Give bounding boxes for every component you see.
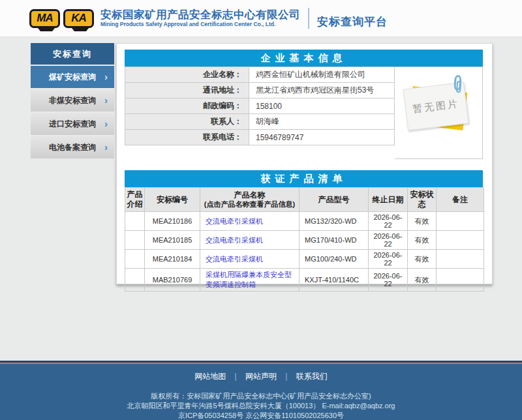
sidebar-item-import-query[interactable]: 进口安标查询 › bbox=[31, 113, 114, 135]
footer-copyright: 版权所有：安标国家矿用产品安全标志中心(矿用产品安全标志办公室) 北京朝阳区和平… bbox=[0, 391, 522, 420]
product-name-link[interactable]: 交流电牵引采煤机 bbox=[206, 255, 263, 263]
footer-link-sitemap[interactable]: 网站地图 bbox=[194, 372, 226, 381]
platform-title: 安标查询平台 bbox=[317, 8, 388, 29]
footer-copy-line1: 版权所有：安标国家矿用产品安全标志中心(矿用产品安全标志办公室) bbox=[0, 391, 522, 401]
sidebar-item-non-coal-query[interactable]: 非煤安标查询 › bbox=[31, 89, 114, 112]
chevron-right-icon: › bbox=[104, 142, 108, 153]
footer-link-contact[interactable]: 联系我们 bbox=[296, 372, 328, 381]
company-name-value: 鸡西金恒矿山机械制造有限公司 bbox=[249, 67, 395, 83]
sidebar-item-label: 非煤安标查询 bbox=[49, 95, 96, 106]
footer-copy-line3: 京ICP备05034258号 京公网安备11010502025630号 bbox=[0, 411, 522, 420]
sidebar-item-label: 电池备案查询 bbox=[49, 142, 96, 153]
col-product-name-sub: (点击产品名称查看产品信息) bbox=[201, 200, 298, 209]
product-table: 产品介绍 安标编号 产品名称 (点击产品名称查看产品信息) 产品型号 终止日期 … bbox=[125, 187, 484, 292]
cert-code-cell: MEA210186 bbox=[145, 212, 200, 231]
status-cell: 有效 bbox=[408, 250, 437, 269]
address-label: 通讯地址： bbox=[125, 83, 249, 98]
footer-link-separator: | bbox=[285, 372, 287, 381]
phone-value: 15946789747 bbox=[249, 130, 395, 145]
end-date-cell: 2026-06-22 bbox=[369, 269, 408, 292]
table-row: 联系电话： 15946789747 bbox=[125, 130, 395, 145]
product-intro-cell bbox=[125, 269, 145, 292]
sidebar-item-label: 煤矿安标查询 bbox=[49, 72, 96, 83]
col-product-intro: 产品介绍 bbox=[125, 188, 145, 212]
footer: 网站地图 | 网站声明 | 联系我们 版权所有：安标国家矿用产品安全标志中心(矿… bbox=[0, 364, 522, 420]
main-panel: 企业基本信息 企业名称： 鸡西金恒矿山机械制造有限公司 通讯地址： 黑龙江省鸡西… bbox=[116, 43, 493, 284]
table-row: MAB210769 采煤机用隔爆兼本质安全型变频调速控制箱 KXJT-410/1… bbox=[125, 269, 484, 292]
end-date-cell: 2026-06-22 bbox=[369, 231, 408, 250]
contact-person-label: 联系人： bbox=[125, 114, 249, 130]
cert-code-cell: MEA210184 bbox=[145, 250, 200, 269]
footer-links: 网站地图 | 网站声明 | 联系我们 bbox=[0, 371, 522, 382]
product-intro-cell bbox=[125, 212, 145, 231]
table-row: 通讯地址： 黑龙江省鸡西市鸡冠区南星街53号 bbox=[125, 83, 395, 98]
product-list-section-header: 获证产品清单 bbox=[125, 170, 483, 187]
phone-label: 联系电话： bbox=[125, 130, 249, 145]
contact-person-value: 胡海峰 bbox=[249, 114, 395, 130]
sidebar: 安标查询 煤矿安标查询 › 非煤安标查询 › 进口安标查询 › 电池备案查询 › bbox=[31, 43, 114, 361]
table-row: MEA210185 交流电牵引采煤机 MG170/410-WD 2026-06-… bbox=[125, 231, 484, 250]
company-info-table: 企业名称： 鸡西金恒矿山机械制造有限公司 通讯地址： 黑龙江省鸡西市鸡冠区南星街… bbox=[125, 67, 395, 145]
product-list-section: 获证产品清单 产品介绍 安标编号 产品名称 (点击产品名称查看产品信息) 产品型… bbox=[125, 170, 483, 292]
cert-code-cell: MAB210769 bbox=[145, 269, 200, 292]
cert-code-cell: MEA210185 bbox=[145, 231, 200, 250]
col-cert-code: 安标编号 bbox=[145, 188, 200, 212]
ma-badge-icon: MA bbox=[29, 9, 60, 28]
col-product-name: 产品名称 (点击产品名称查看产品信息) bbox=[200, 188, 299, 212]
product-name-cell: 交流电牵引采煤机 bbox=[200, 212, 299, 231]
table-header-row: 产品介绍 安标编号 产品名称 (点击产品名称查看产品信息) 产品型号 终止日期 … bbox=[125, 188, 484, 212]
table-row: 邮政编码： 158100 bbox=[125, 98, 395, 114]
page-body: 安标查询 煤矿安标查询 › 非煤安标查询 › 进口安标查询 › 电池备案查询 ›… bbox=[0, 37, 522, 361]
product-name-link[interactable]: 采煤机用隔爆兼本质安全型变频调速控制箱 bbox=[206, 271, 292, 288]
footer-link-separator: | bbox=[235, 372, 237, 381]
ka-badge-icon: KA bbox=[63, 9, 94, 28]
col-cert-status: 安标状态 bbox=[408, 188, 437, 212]
address-value: 黑龙江省鸡西市鸡冠区南星街53号 bbox=[249, 83, 395, 98]
no-image-placeholder: 暂无图片 bbox=[395, 67, 483, 159]
company-name-label: 企业名称： bbox=[125, 67, 249, 83]
table-row: 联系人： 胡海峰 bbox=[125, 114, 395, 130]
product-intro-cell bbox=[125, 250, 145, 269]
product-intro-cell bbox=[125, 231, 145, 250]
footer-link-statement[interactable]: 网站声明 bbox=[245, 372, 277, 381]
header-divider bbox=[308, 8, 309, 29]
chevron-right-icon: › bbox=[104, 118, 108, 129]
remark-cell bbox=[437, 212, 484, 231]
col-product-model: 产品型号 bbox=[299, 188, 369, 212]
product-name-link[interactable]: 交流电牵引采煤机 bbox=[206, 217, 263, 225]
col-product-name-main: 产品名称 bbox=[234, 190, 266, 200]
table-row: MEA210184 交流电牵引采煤机 MG100/240-WD 2026-06-… bbox=[125, 250, 484, 269]
status-cell: 有效 bbox=[408, 269, 437, 292]
product-model-cell: MG100/240-WD bbox=[299, 250, 369, 269]
status-cell: 有效 bbox=[408, 231, 437, 250]
product-model-cell: MG132/320-WD bbox=[299, 212, 369, 231]
maka-logo: MA KA bbox=[29, 9, 94, 28]
top-header: MA KA 安标国家矿用产品安全标志中心有限公司 Mining Products… bbox=[0, 0, 522, 37]
remark-cell bbox=[437, 231, 484, 250]
sidebar-item-label: 进口安标查询 bbox=[49, 119, 96, 130]
col-remark: 备注 bbox=[437, 188, 484, 212]
postcode-label: 邮政编码： bbox=[125, 98, 249, 114]
product-model-cell: MG170/410-WD bbox=[299, 231, 369, 250]
product-name-cell: 交流电牵引采煤机 bbox=[200, 231, 299, 250]
end-date-cell: 2026-06-22 bbox=[369, 250, 408, 269]
paperclip-icon bbox=[453, 75, 462, 91]
sidebar-item-battery-record-query[interactable]: 电池备案查询 › bbox=[31, 136, 114, 158]
company-info-section-header: 企业基本信息 bbox=[125, 50, 483, 67]
product-name-cell: 交流电牵引采煤机 bbox=[200, 250, 299, 269]
table-row: MEA210186 交流电牵引采煤机 MG132/320-WD 2026-06-… bbox=[125, 212, 484, 231]
sidebar-item-coal-mine-query[interactable]: 煤矿安标查询 › bbox=[31, 66, 114, 88]
status-cell: 有效 bbox=[408, 212, 437, 231]
remark-cell bbox=[437, 250, 484, 269]
org-name-cn: 安标国家矿用产品安全标志中心有限公司 bbox=[100, 8, 300, 20]
chevron-right-icon: › bbox=[104, 95, 108, 106]
product-name-link[interactable]: 交流电牵引采煤机 bbox=[206, 236, 263, 244]
product-name-cell: 采煤机用隔爆兼本质安全型变频调速控制箱 bbox=[200, 269, 299, 292]
org-titles: 安标国家矿用产品安全标志中心有限公司 Mining Products Safet… bbox=[100, 8, 300, 27]
postcode-value: 158100 bbox=[249, 98, 395, 114]
sidebar-title: 安标查询 bbox=[31, 43, 114, 65]
end-date-cell: 2026-06-22 bbox=[369, 212, 408, 231]
col-end-date: 终止日期 bbox=[369, 188, 408, 212]
product-model-cell: KXJT-410/1140C bbox=[299, 269, 369, 292]
chevron-right-icon: › bbox=[104, 71, 108, 82]
